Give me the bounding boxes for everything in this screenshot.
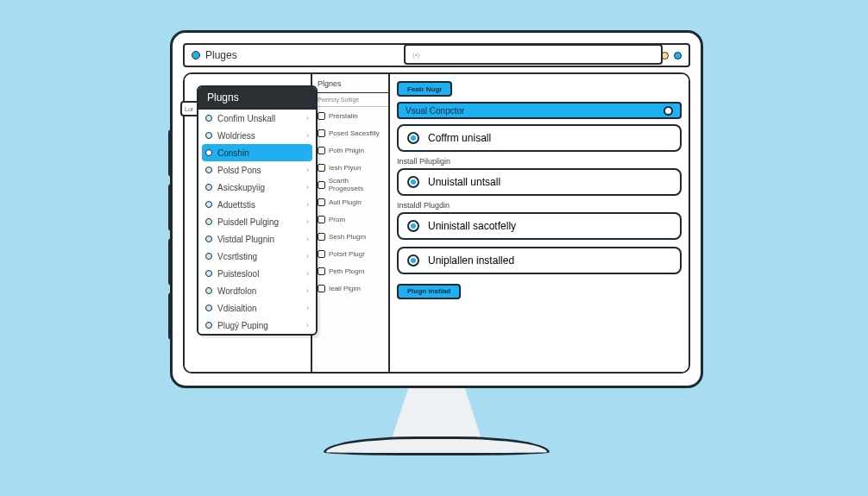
sidebar-item[interactable]: Vistdal Plugnin› xyxy=(198,230,316,248)
radio-icon xyxy=(407,132,419,144)
sidebar: Plugns Confim Unskall› Woldriess› Conshi… xyxy=(197,85,318,336)
pane-header[interactable]: Vsual Conpctor xyxy=(397,102,682,119)
list-item[interactable]: Prerstalin xyxy=(312,107,388,124)
footer-chip[interactable]: Plugn instlad xyxy=(397,284,461,299)
list-item[interactable]: Poth Phigin xyxy=(312,141,388,159)
sidebar-item[interactable]: Woldriess› xyxy=(198,127,316,144)
secondary-list: Plgnes Pwresty Sotiige Prerstalin Posed … xyxy=(312,74,390,372)
sidebar-item[interactable]: Plugý Puping› xyxy=(198,317,316,334)
toolbar-chip[interactable]: Featr Nugr xyxy=(397,81,452,97)
monitor-base xyxy=(324,436,550,455)
sidebar-item[interactable]: Polsd Pons› xyxy=(198,161,316,179)
main-pane: Featr Nugr Vsual Conpctor Coffrm unisall… xyxy=(390,74,689,372)
col2-header: Plgnes xyxy=(312,74,388,93)
row-label: Instaldl Plugdin xyxy=(397,201,682,210)
radio-icon xyxy=(664,106,673,116)
list-item[interactable]: Posed Sacesfilly xyxy=(312,124,388,141)
action-label: Uninistall sacotfelly xyxy=(428,220,516,232)
sidebar-item[interactable]: Aduettstis› xyxy=(198,196,316,213)
radio-icon xyxy=(407,176,419,188)
radio-icon xyxy=(407,254,419,267)
action-row[interactable]: Coffrm unisall xyxy=(397,124,682,152)
list-item[interactable]: Peth Plogm xyxy=(312,262,388,279)
sidebar-item[interactable]: Vdisialtion› xyxy=(198,299,316,317)
bullet-icon xyxy=(192,51,200,60)
action-row[interactable]: Uniplallen installed xyxy=(397,247,682,274)
address-text: (•) xyxy=(412,51,419,59)
row-label: Install Pilupligin xyxy=(397,157,682,166)
sidebar-item-selected[interactable]: Conshin› xyxy=(202,144,312,161)
monitor-stand xyxy=(391,386,482,442)
list-item[interactable]: Prom xyxy=(312,210,388,228)
list-item[interactable]: Aull Plugin xyxy=(312,193,388,210)
list-item[interactable]: Scarth Progeosets xyxy=(312,176,388,193)
action-row[interactable]: Unuistall untsall xyxy=(397,168,682,196)
pane-toolbar: Featr Nugr xyxy=(397,79,682,98)
list-item[interactable]: Iesh Plyun xyxy=(312,159,388,176)
action-label: Uniplallen installed xyxy=(428,254,514,267)
sidebar-item[interactable]: Puisdell Pulging› xyxy=(198,213,316,230)
action-label: Coffrm unisall xyxy=(428,132,491,144)
sidebar-item[interactable]: Asicskupyiig› xyxy=(198,179,316,196)
sidebar-item[interactable]: Vcsrtlsting› xyxy=(198,248,316,265)
radio-icon xyxy=(407,220,419,232)
list-item[interactable]: Ieall Plgim xyxy=(312,279,388,297)
address-bar[interactable]: (•) xyxy=(404,44,663,65)
action-row[interactable]: Uninistall sacotfelly xyxy=(397,212,682,240)
list-item[interactable]: Sesh Plugm xyxy=(312,228,388,245)
sidebar-item[interactable]: Confim Unskall› xyxy=(198,110,316,127)
sidebar-item[interactable]: Puisteslool› xyxy=(198,265,316,282)
list-item[interactable]: Potsrt Plugr xyxy=(312,245,388,262)
sidebar-item[interactable]: Wordfolon› xyxy=(198,282,316,299)
col2-sub: Pwresty Sotiige xyxy=(312,93,388,107)
pane-header-label: Vsual Conpctor xyxy=(406,106,464,116)
lor-label: Lor xyxy=(185,106,193,112)
action-label: Unuistall untsall xyxy=(428,176,500,188)
sidebar-header: Plugns xyxy=(198,87,316,110)
